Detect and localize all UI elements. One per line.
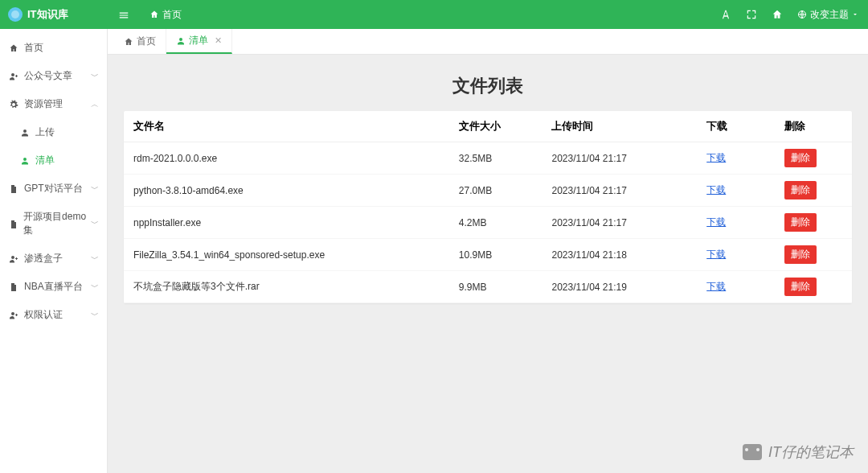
font-button[interactable] [720, 9, 731, 20]
home-icon [149, 10, 159, 19]
sidebar-item-0[interactable]: 首页 [0, 34, 107, 62]
top-header: IT知识库 首页 改变主题 [0, 0, 868, 29]
sidebar-item-label: 开源项目demo集 [23, 210, 91, 237]
tab-0[interactable]: 首页 [114, 29, 166, 54]
user-plus-icon [8, 310, 19, 321]
home-icon [8, 43, 19, 54]
wechat-icon [743, 444, 762, 460]
header-home-label: 首页 [162, 8, 182, 22]
fullscreen-button[interactable] [746, 9, 757, 20]
sidebar-item-9[interactable]: 权限认证﹀ [0, 301, 107, 329]
sidebar-item-label: 渗透盒子 [24, 252, 63, 265]
delete-button[interactable]: 删除 [784, 245, 817, 264]
table-row: rdm-2021.0.0.0.exe32.5MB2023/11/04 21:17… [124, 142, 852, 175]
chevron-down-icon [852, 11, 858, 18]
cell-filesize: 27.0MB [449, 175, 542, 207]
main-content: 文件列表 文件名 文件大小 上传时间 下载 删除 rdm-2021.0.0.0.… [108, 55, 868, 473]
sidebar-item-2[interactable]: 资源管理︿ [0, 90, 107, 118]
sidebar-item-8[interactable]: NBA直播平台﹀ [0, 273, 107, 301]
sidebar-item-label: 资源管理 [24, 97, 63, 111]
cell-filesize: 9.9MB [449, 271, 542, 303]
cell-uploadtime: 2023/11/04 21:17 [542, 142, 697, 175]
sidebar-item-6[interactable]: 开源项目demo集﹀ [0, 203, 107, 245]
sidebar-item-5[interactable]: GPT对话平台﹀ [0, 175, 107, 203]
header-home-link[interactable]: 首页 [140, 8, 191, 22]
table-row: FileZilla_3.54.1_win64_sponsored-setup.e… [124, 239, 852, 271]
chevron-down-icon: ﹀ [91, 71, 99, 82]
cell-filename: 不坑盒子隐藏版等3个文件.rar [124, 271, 449, 303]
file-icon [8, 282, 19, 293]
file-icon [8, 218, 18, 229]
user-icon [19, 155, 31, 167]
home-icon [124, 36, 133, 47]
home-icon [772, 9, 783, 20]
download-link[interactable]: 下载 [706, 216, 726, 228]
download-link[interactable]: 下载 [706, 249, 726, 260]
brand-logo-icon [8, 7, 23, 22]
delete-button[interactable]: 删除 [784, 278, 817, 296]
user-plus-icon [8, 71, 19, 82]
sidebar-item-label: 清单 [35, 154, 55, 167]
sidebar-item-label: 上传 [35, 125, 55, 139]
cell-uploadtime: 2023/11/04 21:19 [542, 271, 697, 303]
menu-icon [118, 10, 129, 21]
download-link[interactable]: 下载 [706, 152, 726, 163]
file-table-wrap: 文件名 文件大小 上传时间 下载 删除 rdm-2021.0.0.0.exe32… [124, 111, 852, 303]
table-row: python-3.8.10-amd64.exe27.0MB2023/11/04 … [124, 175, 852, 207]
svg-point-0 [11, 10, 19, 19]
delete-button[interactable]: 删除 [784, 149, 817, 167]
col-header-download: 下载 [697, 111, 774, 142]
cell-filename: python-3.8.10-amd64.exe [124, 175, 449, 207]
sidebar-item-label: NBA直播平台 [24, 280, 83, 294]
user-icon [176, 35, 186, 47]
tab-label: 首页 [137, 35, 156, 48]
chevron-down-icon: ﹀ [91, 310, 99, 321]
table-header-row: 文件名 文件大小 上传时间 下载 删除 [124, 111, 852, 142]
theme-dropdown[interactable]: 改变主题 [797, 8, 858, 22]
col-header-name: 文件名 [124, 111, 449, 142]
header-home-button[interactable] [772, 9, 783, 20]
table-row: 不坑盒子隐藏版等3个文件.rar9.9MB2023/11/04 21:19下载删… [124, 271, 852, 303]
col-header-time: 上传时间 [542, 111, 697, 142]
chevron-up-icon: ︿ [91, 99, 99, 110]
user-plus-icon [8, 253, 19, 265]
cell-uploadtime: 2023/11/04 21:17 [542, 175, 697, 207]
sidebar-item-label: 权限认证 [24, 308, 63, 322]
sidebar-item-label: GPT对话平台 [24, 182, 83, 195]
theme-label: 改变主题 [810, 8, 849, 22]
close-icon[interactable]: ✕ [215, 35, 222, 46]
download-link[interactable]: 下载 [706, 281, 726, 292]
col-header-size: 文件大小 [449, 111, 542, 142]
user-icon [19, 127, 31, 138]
sidebar-item-label: 公众号文章 [24, 69, 72, 83]
expand-icon [746, 9, 757, 20]
col-header-delete: 删除 [775, 111, 852, 142]
sidebar-item-3[interactable]: 上传 [0, 118, 107, 146]
cell-filesize: 32.5MB [449, 142, 542, 175]
table-row: nppInstaller.exe4.2MB2023/11/04 21:17下载删… [124, 207, 852, 239]
sidebar-toggle-button[interactable] [108, 8, 140, 21]
download-link[interactable]: 下载 [706, 184, 726, 195]
delete-button[interactable]: 删除 [784, 213, 817, 232]
cell-filename: FileZilla_3.54.1_win64_sponsored-setup.e… [124, 239, 449, 271]
delete-button[interactable]: 删除 [784, 181, 817, 199]
tab-bar: 首页清单✕ [108, 29, 868, 55]
sidebar-item-7[interactable]: 渗透盒子﹀ [0, 245, 107, 273]
page-title: 文件列表 [124, 74, 852, 98]
gear-icon [8, 99, 19, 110]
file-table: 文件名 文件大小 上传时间 下载 删除 rdm-2021.0.0.0.exe32… [124, 111, 852, 303]
cell-filename: rdm-2021.0.0.0.exe [124, 142, 449, 175]
tab-1[interactable]: 清单✕ [166, 29, 232, 54]
sidebar-item-label: 首页 [24, 41, 43, 55]
brand-logo[interactable]: IT知识库 [0, 7, 108, 22]
font-icon [720, 9, 731, 20]
tab-label: 清单 [189, 34, 208, 47]
header-actions: 改变主题 [720, 8, 868, 22]
sidebar-item-1[interactable]: 公众号文章﹀ [0, 62, 107, 90]
sidebar-item-4[interactable]: 清单 [0, 146, 107, 175]
chevron-down-icon: ﹀ [91, 282, 99, 293]
chevron-down-icon: ﹀ [91, 218, 99, 229]
globe-icon [797, 10, 807, 19]
cell-uploadtime: 2023/11/04 21:18 [542, 239, 697, 271]
brand-text: IT知识库 [27, 7, 68, 22]
